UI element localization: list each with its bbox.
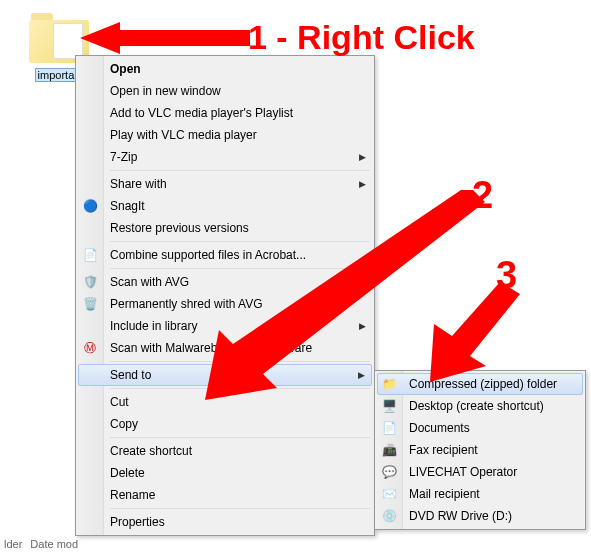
menu-item-delete[interactable]: Delete [78,462,372,484]
desktop-icon: 🖥️ [379,398,399,414]
svg-marker-2 [430,282,520,382]
arrow-3-icon [430,282,520,382]
submenu-item-fax[interactable]: 📠Fax recipient [377,439,583,461]
malwarebytes-icon: Ⓜ [80,340,100,356]
documents-icon: 📄 [379,420,399,436]
acrobat-icon: 📄 [80,247,100,263]
submenu-item-mail[interactable]: ✉️Mail recipient [377,483,583,505]
svg-marker-0 [80,22,250,54]
livechat-icon: 💬 [379,464,399,480]
submenu-item-livechat[interactable]: 💬LIVECHAT Operator [377,461,583,483]
arrow-1-icon [80,20,250,60]
menu-item-rename[interactable]: Rename [78,484,372,506]
menu-item-create-shortcut[interactable]: Create shortcut [78,440,372,462]
status-type: lder [4,538,22,550]
dvd-icon: 💿 [379,508,399,524]
menu-item-7zip[interactable]: 7-Zip▶ [78,146,372,168]
shred-icon: 🗑️ [80,296,100,312]
mail-icon: ✉️ [379,486,399,502]
menu-item-vlc-play[interactable]: Play with VLC media player [78,124,372,146]
annotation-step-1: 1 - Right Click [248,18,475,57]
chevron-right-icon: ▶ [359,179,366,189]
submenu-item-dvd[interactable]: 💿DVD RW Drive (D:) [377,505,583,527]
avg-icon: 🛡️ [80,274,100,290]
status-date-label: Date mod [30,538,78,550]
menu-item-vlc-add[interactable]: Add to VLC media player's Playlist [78,102,372,124]
status-bar: lder Date mod [0,533,78,555]
menu-item-open[interactable]: Open [78,58,372,80]
chevron-right-icon: ▶ [359,152,366,162]
submenu-item-documents[interactable]: 📄Documents [377,417,583,439]
fax-icon: 📠 [379,442,399,458]
snagit-icon: 🔵 [80,198,100,214]
menu-item-open-new-window[interactable]: Open in new window [78,80,372,102]
menu-item-copy[interactable]: Copy [78,413,372,435]
menu-item-properties[interactable]: Properties [78,511,372,533]
